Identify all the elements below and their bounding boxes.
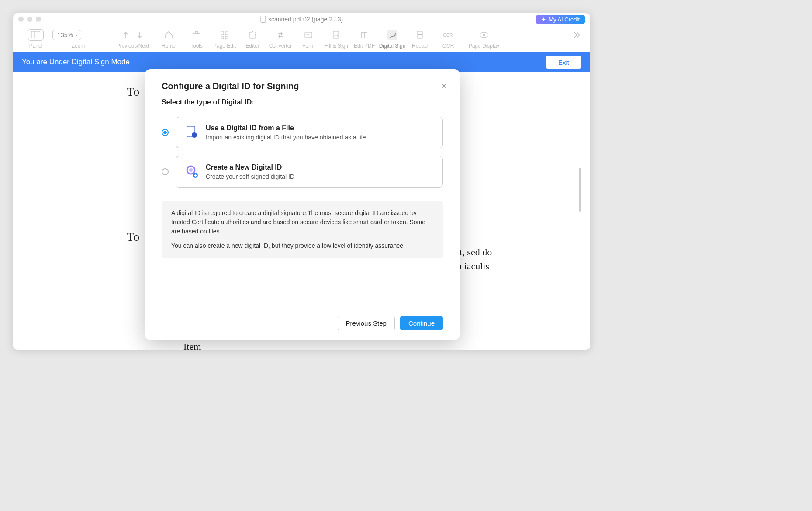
redact-tool[interactable]: Redact	[406, 29, 434, 49]
edit-pdf-icon	[359, 30, 370, 40]
svg-point-14	[480, 32, 488, 38]
home-label: Home	[162, 43, 176, 49]
radio-create-new[interactable]	[162, 168, 169, 175]
edit-pdf-label: Edit PDF	[354, 43, 375, 49]
page-display-tool[interactable]: Page Display	[462, 29, 506, 49]
ai-credit-button[interactable]: ✦ My AI Credit	[536, 15, 585, 24]
tools-tool[interactable]: Tools	[183, 29, 211, 49]
svg-point-15	[483, 34, 485, 36]
close-icon[interactable]: ✕	[441, 81, 447, 91]
window-controls	[18, 17, 41, 22]
app-window: scanned pdf 02 (page 2 / 3) ✦ My AI Cred…	[13, 13, 590, 350]
redact-icon	[415, 30, 425, 40]
svg-text:OCR: OCR	[443, 33, 453, 38]
previous-button[interactable]	[121, 30, 131, 40]
info-paragraph-2: You can also create a new digital ID, bu…	[171, 241, 433, 250]
document-icon	[260, 16, 266, 23]
configure-digital-id-modal: Configure a Digital ID for Signing ✕ Sel…	[145, 69, 460, 340]
panel-label: Panel	[29, 43, 43, 49]
svg-rect-8	[305, 32, 312, 38]
file-id-icon	[185, 125, 199, 139]
svg-rect-3	[221, 32, 224, 35]
document-page: To To lit, sed do in iaculis -> Item 4 i…	[127, 72, 139, 244]
option-use-file-desc: Import an existing digital ID that you h…	[206, 134, 366, 141]
option-create-new-title: Create a New Digital ID	[206, 163, 294, 171]
toolbar: Panel 135% − + Zoom Previous/Next Home	[13, 25, 590, 52]
panel-tool[interactable]: Panel	[22, 29, 50, 49]
converter-tool[interactable]: Converter	[266, 29, 294, 49]
document-title: scanned pdf 02 (page 2 / 3)	[260, 16, 343, 23]
zoom-select[interactable]: 135%	[52, 30, 81, 40]
info-paragraph-1: A digital ID is required to create a dig…	[171, 209, 433, 236]
option-create-new-desc: Create your self-signed digital ID	[206, 173, 294, 180]
minimize-window-icon[interactable]	[27, 17, 32, 22]
fill-sign-tool[interactable]: Fill & Sign	[322, 29, 350, 49]
exit-button[interactable]: Exit	[546, 56, 581, 69]
svg-rect-5	[221, 36, 224, 39]
close-window-icon[interactable]	[18, 17, 24, 22]
prev-next-tool: Previous/Next	[111, 29, 155, 49]
prev-next-label: Previous/Next	[117, 43, 149, 49]
svg-rect-4	[225, 32, 228, 35]
doc-heading-2: To	[127, 230, 139, 244]
doc-heading-1: To	[127, 85, 139, 99]
ocr-icon: OCR	[443, 30, 453, 40]
radio-use-file[interactable]	[162, 129, 169, 136]
info-box: A digital ID is required to create a dig…	[162, 201, 443, 258]
home-tool[interactable]: Home	[155, 29, 183, 49]
scrollbar-thumb[interactable]	[579, 168, 581, 212]
title-text: scanned pdf 02 (page 2 / 3)	[268, 16, 343, 23]
svg-rect-10	[333, 31, 339, 38]
home-icon	[163, 30, 174, 40]
maximize-window-icon[interactable]	[36, 17, 41, 22]
doc-body-line-1: lit, sed do	[454, 247, 492, 258]
svg-point-19	[189, 168, 193, 172]
continue-button[interactable]: Continue	[400, 316, 443, 330]
previous-step-button[interactable]: Previous Step	[338, 316, 395, 330]
page-display-label: Page Display	[469, 43, 500, 49]
form-icon	[303, 30, 314, 40]
svg-rect-12	[418, 34, 422, 35]
form-label: Form	[302, 43, 314, 49]
form-tool[interactable]: Form	[294, 29, 322, 49]
svg-rect-0	[31, 31, 40, 38]
page-display-icon	[479, 30, 489, 40]
fill-sign-label: Fill & Sign	[325, 43, 348, 49]
title-bar: scanned pdf 02 (page 2 / 3) ✦ My AI Cred…	[13, 13, 590, 25]
option-use-file-row[interactable]: Use a Digital ID from a File Import an e…	[162, 117, 443, 148]
option-use-file-card[interactable]: Use a Digital ID from a File Import an e…	[176, 117, 443, 148]
mode-banner-text: You are Under Digital Sign Mode	[22, 58, 130, 66]
panel-icon	[28, 29, 44, 41]
ai-credit-label: My AI Credit	[549, 16, 580, 23]
page-edit-tool[interactable]: Page Edit	[211, 29, 238, 49]
next-button[interactable]	[135, 30, 145, 40]
zoom-value: 135%	[57, 31, 73, 38]
ocr-label: OCR	[442, 43, 454, 49]
option-create-new-card[interactable]: Create a New Digital ID Create your self…	[176, 156, 443, 188]
tools-icon	[191, 30, 202, 40]
page-edit-label: Page Edit	[213, 43, 236, 49]
redact-label: Redact	[412, 43, 428, 49]
tools-label: Tools	[190, 43, 203, 49]
edit-pdf-tool[interactable]: Edit PDF	[350, 29, 378, 49]
svg-rect-2	[193, 33, 200, 38]
digital-sign-icon	[387, 30, 397, 40]
ocr-tool[interactable]: OCR OCR	[434, 29, 462, 49]
editor-label: Editor	[245, 43, 259, 49]
sparkle-icon: ✦	[541, 16, 546, 23]
digital-sign-tool[interactable]: Digital Sign	[378, 29, 406, 49]
zoom-in-button[interactable]: +	[96, 31, 104, 40]
modal-subtitle: Select the type of Digital ID:	[162, 98, 443, 106]
new-id-icon	[185, 165, 199, 179]
toolbar-overflow[interactable]	[573, 29, 581, 41]
converter-label: Converter	[269, 43, 292, 49]
option-create-new-row[interactable]: Create a New Digital ID Create your self…	[162, 156, 443, 188]
svg-rect-6	[225, 36, 228, 39]
modal-title: Configure a Digital ID for Signing	[162, 81, 443, 91]
editor-tool[interactable]: Editor	[238, 29, 266, 49]
modal-footer: Previous Step Continue	[162, 316, 443, 330]
converter-icon	[275, 30, 286, 40]
page-edit-icon	[219, 30, 230, 40]
zoom-out-button[interactable]: −	[85, 31, 93, 40]
zoom-label: Zoom	[72, 43, 85, 49]
